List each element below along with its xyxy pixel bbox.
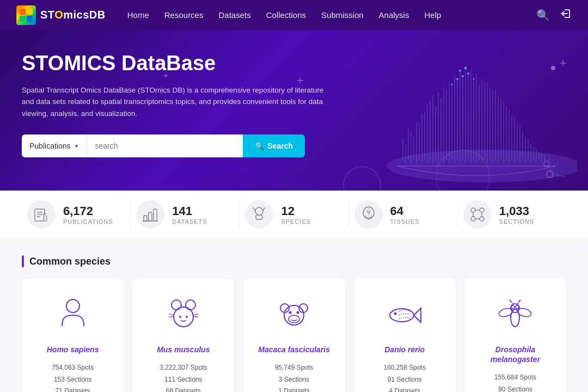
svg-point-106 (394, 313, 397, 315)
tissues-count: 64 (390, 204, 420, 218)
publications-count: 6,172 (63, 204, 113, 218)
svg-point-63 (459, 70, 461, 72)
svg-point-105 (390, 309, 414, 322)
species-section: Common species Homo sapiens 754,063 Spot… (0, 239, 588, 392)
drosophila-stats: 155,684 Spots 90 Sections 1 Datasets (494, 372, 536, 392)
search-category-label: Publications (29, 142, 71, 150)
svg-point-104 (297, 311, 299, 314)
species-section-title: Common species (22, 255, 566, 267)
svg-point-115 (510, 300, 511, 302)
svg-point-112 (516, 305, 519, 309)
monkey-icon (272, 293, 316, 337)
danio-rerio-name: Danio rerio (384, 345, 425, 354)
hero-section: + ● + + + + // We'll draw this in CSS/SV… (0, 30, 588, 191)
mus-musculus-name: Mus musculus (157, 345, 210, 354)
navbar-icons: 🔍 (536, 8, 572, 22)
macaca-name: Macaca fascicularis (258, 345, 330, 354)
svg-rect-0 (20, 9, 26, 15)
deco-circle-4 (436, 150, 490, 191)
svg-point-102 (289, 315, 299, 323)
datasets-icon (136, 200, 164, 229)
datasets-label: DATASETS (172, 218, 207, 225)
search-icon[interactable]: 🔍 (536, 9, 550, 22)
species-card-danio-rerio[interactable]: Danio rerio 160,258 Spots 91 Sections 4 … (354, 278, 456, 392)
stat-publications-text: 6,172 PUBLICATIONS (63, 204, 113, 225)
stats-bar: 6,172 PUBLICATIONS 141 DATASETS (0, 191, 588, 239)
macaca-sections: 3 Sections (275, 374, 314, 386)
search-bar: Publications ▼ 🔍 Search (22, 134, 305, 157)
svg-point-89 (66, 299, 79, 313)
deco-plus-5: + (560, 56, 567, 70)
stat-publications[interactable]: 6,172 PUBLICATIONS (22, 200, 131, 229)
species-count: 12 (281, 204, 311, 218)
homo-sapiens-name: Homo sapiens (47, 345, 99, 354)
navbar-links: Home Resources Datasets Collections Subm… (127, 10, 536, 20)
species-title-text: Common species (29, 256, 111, 267)
danio-rerio-stats: 160,258 Spots 91 Sections 4 Datasets (384, 362, 426, 392)
nav-help[interactable]: Help (424, 10, 441, 20)
species-label: SPECIES (281, 218, 311, 225)
species-card-homo-sapiens[interactable]: Homo sapiens 754,063 Spots 153 Sections … (22, 278, 124, 392)
search-category-dropdown[interactable]: Publications ▼ (22, 134, 87, 157)
logo-text: STOmicsDB (40, 9, 106, 21)
danio-rerio-sections: 91 Sections (384, 374, 426, 386)
deco-circle-1 (551, 66, 555, 70)
hero-description: Spatial Transcript Omics DataBase (STOmi… (22, 84, 327, 120)
svg-point-65 (451, 84, 453, 85)
drosophila-sections: 90 Sections (494, 384, 536, 392)
species-icon (245, 200, 273, 229)
svg-point-92 (186, 300, 195, 310)
mus-musculus-spots: 3,222,307 Spots (160, 362, 207, 374)
svg-point-103 (289, 311, 292, 314)
svg-point-116 (519, 300, 521, 302)
stat-sections[interactable]: 1,033 SECTIONS (458, 200, 566, 229)
svg-point-64 (473, 78, 475, 80)
macaca-datasets: 1 Datasets (275, 385, 314, 392)
svg-rect-74 (144, 216, 147, 221)
datasets-count: 141 (172, 204, 207, 218)
svg-point-77 (255, 207, 263, 215)
homo-sapiens-spots: 754,063 Spots (52, 362, 94, 374)
stat-species[interactable]: 12 SPECIES (240, 200, 348, 229)
macaca-spots: 95,749 Spots (275, 362, 314, 374)
svg-rect-70 (35, 209, 45, 221)
search-button[interactable]: 🔍 Search (243, 134, 305, 157)
search-button-label: Search (267, 142, 293, 150)
nav-datasets[interactable]: Datasets (218, 10, 250, 20)
mus-musculus-datasets: 68 Datasets (160, 385, 207, 392)
hero-content: STOMICS DataBase Spatial Transcript Omic… (22, 52, 348, 157)
svg-line-68 (550, 163, 558, 171)
homo-sapiens-stats: 754,063 Spots 153 Sections 71 Datasets (52, 362, 94, 392)
nav-collections[interactable]: Collections (266, 10, 306, 20)
danio-rerio-datasets: 4 Datasets (384, 385, 426, 392)
logo[interactable]: STOmicsDB (16, 5, 106, 25)
login-icon[interactable] (560, 8, 572, 22)
species-card-mus-musculus[interactable]: Mus musculus 3,222,307 Spots 111 Section… (132, 278, 234, 392)
svg-point-83 (471, 217, 475, 221)
species-card-macaca[interactable]: Macaca fascicularis 95,749 Spots 3 Secti… (243, 278, 345, 392)
stat-datasets[interactable]: 141 DATASETS (131, 200, 240, 229)
homo-sapiens-datasets: 71 Datasets (52, 385, 94, 392)
svg-point-91 (171, 300, 181, 310)
svg-point-82 (480, 208, 484, 212)
svg-rect-78 (256, 215, 262, 219)
nav-resources[interactable]: Resources (164, 10, 204, 20)
svg-point-60 (462, 75, 464, 77)
homo-sapiens-sections: 153 Sections (52, 374, 94, 386)
stat-tissues[interactable]: 64 TISSUES (349, 200, 458, 229)
search-input[interactable] (87, 134, 243, 157)
danio-rerio-spots: 160,258 Spots (384, 362, 426, 374)
mus-musculus-sections: 111 Sections (160, 374, 207, 386)
svg-point-93 (179, 316, 181, 318)
species-card-drosophila[interactable]: Drosophila melanogaster 155,684 Spots 90… (464, 278, 566, 392)
deco-circle-3 (343, 166, 381, 191)
publications-label: PUBLICATIONS (63, 218, 113, 225)
mouse-icon (162, 293, 205, 337)
tissues-icon (354, 200, 383, 229)
nav-home[interactable]: Home (127, 10, 149, 20)
svg-rect-3 (27, 16, 33, 22)
nav-analysis[interactable]: Analysis (379, 10, 409, 20)
nav-submission[interactable]: Submission (321, 10, 364, 20)
publications-icon (27, 200, 56, 229)
hero-title: STOMICS DataBase (22, 52, 348, 76)
